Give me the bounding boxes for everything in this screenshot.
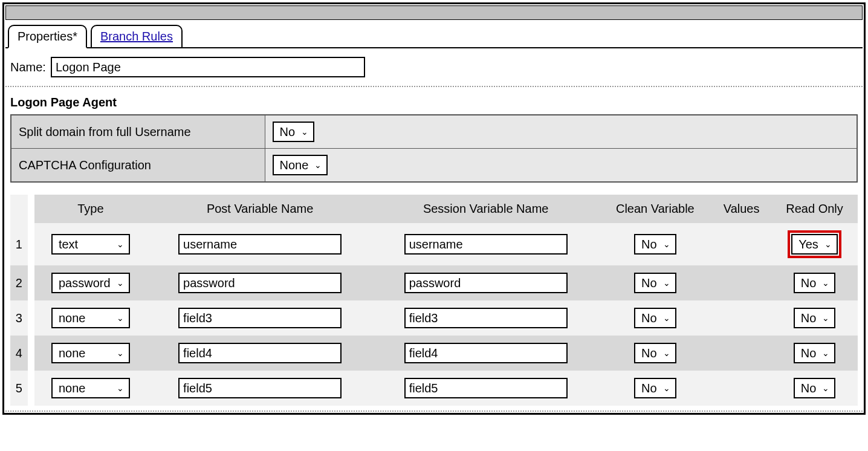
readonly-value: No xyxy=(801,311,817,325)
name-label: Name: xyxy=(10,60,46,74)
header-post: Post Variable Name xyxy=(147,195,373,223)
post-variable-input[interactable] xyxy=(178,343,342,363)
dialog-frame: Properties* Branch Rules Name: Logon Pag… xyxy=(2,2,866,415)
fields-table: Type Post Variable Name Session Variable… xyxy=(10,195,858,406)
type-select[interactable]: none⌄ xyxy=(51,308,130,328)
session-variable-input[interactable] xyxy=(404,234,568,255)
table-row: 2password⌄No⌄No⌄ xyxy=(10,265,858,300)
clean-variable-select[interactable]: No⌄ xyxy=(634,378,676,398)
chevron-down-icon: ⌄ xyxy=(117,278,124,288)
clean-value: No xyxy=(641,311,657,325)
chevron-down-icon: ⌄ xyxy=(663,383,670,393)
chevron-down-icon: ⌄ xyxy=(117,313,124,323)
type-select[interactable]: none⌄ xyxy=(51,343,130,363)
readonly-select[interactable]: No⌄ xyxy=(794,273,836,293)
type-value: password xyxy=(59,276,111,290)
chevron-down-icon: ⌄ xyxy=(822,278,829,288)
row-number: 1 xyxy=(10,223,28,265)
post-variable-input[interactable] xyxy=(178,273,342,293)
row-number: 4 xyxy=(10,336,28,371)
header-session: Session Variable Name xyxy=(373,195,599,223)
header-clean: Clean Variable xyxy=(598,195,711,223)
chevron-down-icon: ⌄ xyxy=(663,313,670,323)
tab-properties-label: Properties* xyxy=(18,30,77,43)
title-bar xyxy=(5,5,863,20)
clean-value: No xyxy=(641,238,657,251)
header-values: Values xyxy=(711,195,771,223)
row-number: 3 xyxy=(10,300,28,336)
chevron-down-icon: ⌄ xyxy=(117,383,124,393)
session-variable-input[interactable] xyxy=(404,378,568,398)
table-row: 5none⌄No⌄No⌄ xyxy=(10,371,858,406)
split-domain-select[interactable]: No ⌄ xyxy=(273,122,315,142)
name-input[interactable] xyxy=(51,57,365,77)
type-select[interactable]: password⌄ xyxy=(51,273,130,293)
clean-variable-select[interactable]: No⌄ xyxy=(634,234,676,255)
chevron-down-icon: ⌄ xyxy=(822,348,829,358)
readonly-select[interactable]: No⌄ xyxy=(794,308,836,328)
readonly-select[interactable]: No⌄ xyxy=(794,378,836,398)
tab-properties[interactable]: Properties* xyxy=(8,25,87,48)
readonly-value: Yes xyxy=(798,238,818,251)
captcha-label: CAPTCHA Configuration xyxy=(11,149,265,183)
chevron-down-icon: ⌄ xyxy=(824,239,832,249)
table-row: 1text⌄No⌄Yes⌄ xyxy=(10,223,858,265)
readonly-value: No xyxy=(801,346,817,360)
session-variable-input[interactable] xyxy=(404,343,568,363)
chevron-down-icon: ⌄ xyxy=(117,348,124,358)
tabs: Properties* Branch Rules xyxy=(5,24,863,48)
settings-table: Split domain from full Username No ⌄ CAP… xyxy=(10,114,858,183)
type-select[interactable]: text⌄ xyxy=(51,234,130,255)
tab-branch-rules-link[interactable]: Branch Rules xyxy=(100,30,173,43)
post-variable-input[interactable] xyxy=(178,308,342,328)
clean-variable-select[interactable]: No⌄ xyxy=(634,308,676,328)
split-domain-label: Split domain from full Username xyxy=(11,115,265,149)
readonly-select[interactable]: No⌄ xyxy=(794,343,836,363)
chevron-down-icon: ⌄ xyxy=(822,383,829,393)
readonly-highlight: Yes⌄ xyxy=(788,230,841,258)
type-value: none xyxy=(59,311,86,325)
session-variable-input[interactable] xyxy=(404,273,568,293)
chevron-down-icon: ⌄ xyxy=(663,348,670,358)
row-number: 5 xyxy=(10,371,28,406)
readonly-value: No xyxy=(801,381,817,395)
table-row: 3none⌄No⌄No⌄ xyxy=(10,300,858,336)
chevron-down-icon: ⌄ xyxy=(663,239,670,249)
clean-variable-select[interactable]: No⌄ xyxy=(634,273,676,293)
chevron-down-icon: ⌄ xyxy=(301,127,308,137)
captcha-value: None xyxy=(280,158,309,172)
header-blank xyxy=(10,195,28,223)
clean-variable-select[interactable]: No⌄ xyxy=(634,343,676,363)
captcha-select[interactable]: None ⌄ xyxy=(273,155,328,175)
values-cell xyxy=(711,300,771,336)
type-value: none xyxy=(59,346,86,360)
header-readonly: Read Only xyxy=(771,195,858,223)
type-value: none xyxy=(59,381,86,395)
type-value: text xyxy=(59,238,78,251)
values-cell xyxy=(711,336,771,371)
chevron-down-icon: ⌄ xyxy=(822,313,829,323)
table-row: 4none⌄No⌄No⌄ xyxy=(10,336,858,371)
post-variable-input[interactable] xyxy=(178,378,342,398)
name-row: Name: xyxy=(5,57,863,87)
values-cell xyxy=(711,265,771,300)
readonly-select[interactable]: Yes⌄ xyxy=(791,234,838,255)
chevron-down-icon: ⌄ xyxy=(663,278,670,288)
chevron-down-icon: ⌄ xyxy=(314,160,322,170)
clean-value: No xyxy=(641,346,657,360)
session-variable-input[interactable] xyxy=(404,308,568,328)
readonly-value: No xyxy=(801,276,817,290)
header-type: Type xyxy=(34,195,147,223)
values-cell xyxy=(711,223,771,265)
clean-value: No xyxy=(641,381,657,395)
type-select[interactable]: none⌄ xyxy=(51,378,130,398)
post-variable-input[interactable] xyxy=(178,234,342,255)
clean-value: No xyxy=(641,276,657,290)
section-title: Logon Page Agent xyxy=(5,93,863,114)
chevron-down-icon: ⌄ xyxy=(117,239,124,249)
split-domain-value: No xyxy=(280,125,296,139)
tab-branch-rules[interactable]: Branch Rules xyxy=(91,25,183,48)
row-number: 2 xyxy=(10,265,28,300)
values-cell xyxy=(711,371,771,406)
